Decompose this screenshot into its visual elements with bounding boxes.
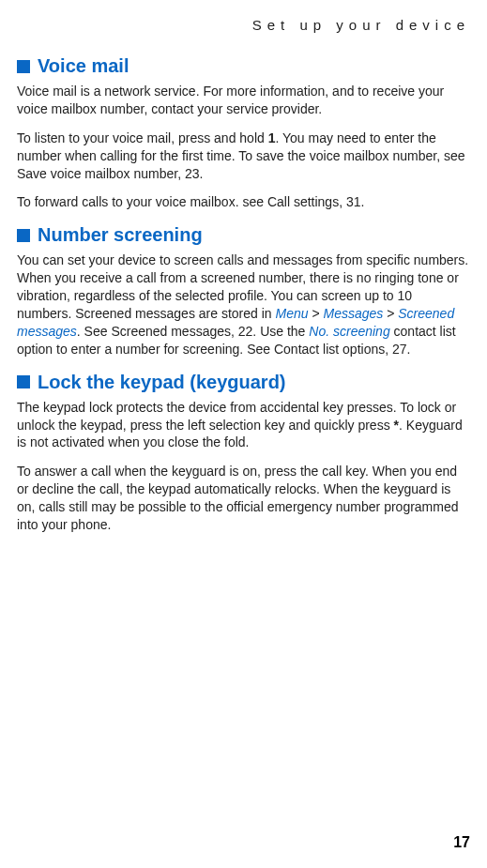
paragraph: To forward calls to your voice mailbox. … [17, 193, 470, 211]
paragraph: Voice mail is a network service. For mor… [17, 83, 470, 118]
body-text: The keypad lock protects the device from… [17, 400, 456, 433]
running-header: Set up your device [17, 17, 470, 33]
body-text: Voice mail is a network service. For mor… [17, 84, 444, 116]
paragraph: To listen to your voice mail, press and … [17, 129, 470, 183]
section-heading: Number screening [17, 224, 470, 246]
body-text: To answer a call when the keyguard is on… [17, 464, 459, 532]
menu-path-text: No. screening [309, 324, 389, 339]
section-title: Voice mail [38, 55, 129, 77]
body-text: > [309, 306, 324, 321]
section-title: Lock the keypad (keyguard) [38, 372, 286, 393]
menu-path-text: Menu [275, 306, 308, 321]
section-title: Number screening [38, 224, 203, 246]
page-content: Voice mailVoice mail is a network servic… [17, 55, 470, 534]
page-number: 17 [453, 834, 470, 851]
paragraph: To answer a call when the keyguard is on… [17, 463, 470, 534]
body-text: To listen to your voice mail, press and … [17, 130, 268, 145]
square-bullet-icon [17, 375, 30, 388]
square-bullet-icon [17, 60, 30, 73]
body-text: To forward calls to your voice mailbox. … [17, 194, 364, 209]
paragraph: The keypad lock protects the device from… [17, 399, 470, 452]
body-text: . See Screened messages, 22. Use the [77, 324, 309, 339]
section-heading: Voice mail [17, 55, 470, 77]
key-reference: 1 [268, 130, 276, 145]
paragraph: You can set your device to screen calls … [17, 251, 470, 358]
square-bullet-icon [17, 229, 30, 242]
menu-path-text: Messages [323, 306, 383, 321]
body-text: > [383, 306, 398, 321]
section-heading: Lock the keypad (keyguard) [17, 372, 470, 393]
